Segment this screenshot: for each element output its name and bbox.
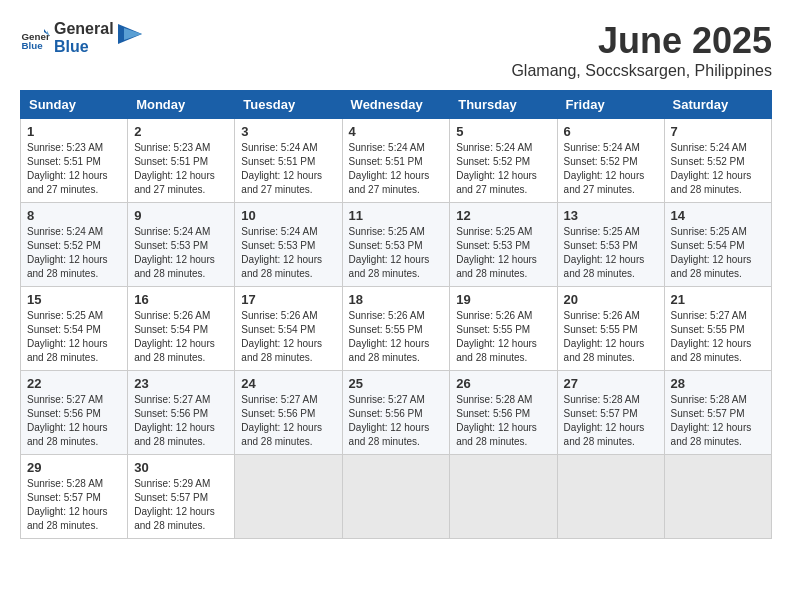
day-number: 18 bbox=[349, 292, 444, 307]
col-friday: Friday bbox=[557, 91, 664, 119]
table-row bbox=[664, 455, 771, 539]
day-number: 23 bbox=[134, 376, 228, 391]
day-number: 16 bbox=[134, 292, 228, 307]
svg-text:Blue: Blue bbox=[22, 39, 44, 50]
table-row: 23 Sunrise: 5:27 AM Sunset: 5:56 PM Dayl… bbox=[128, 371, 235, 455]
table-row: 6 Sunrise: 5:24 AM Sunset: 5:52 PM Dayli… bbox=[557, 119, 664, 203]
table-row: 16 Sunrise: 5:26 AM Sunset: 5:54 PM Dayl… bbox=[128, 287, 235, 371]
day-number: 27 bbox=[564, 376, 658, 391]
day-number: 20 bbox=[564, 292, 658, 307]
day-number: 25 bbox=[349, 376, 444, 391]
table-row: 1 Sunrise: 5:23 AM Sunset: 5:51 PM Dayli… bbox=[21, 119, 128, 203]
table-row: 15 Sunrise: 5:25 AM Sunset: 5:54 PM Dayl… bbox=[21, 287, 128, 371]
table-row: 27 Sunrise: 5:28 AM Sunset: 5:57 PM Dayl… bbox=[557, 371, 664, 455]
col-tuesday: Tuesday bbox=[235, 91, 342, 119]
day-info: Sunrise: 5:26 AM Sunset: 5:54 PM Dayligh… bbox=[241, 309, 335, 365]
day-info: Sunrise: 5:27 AM Sunset: 5:56 PM Dayligh… bbox=[27, 393, 121, 449]
table-row bbox=[235, 455, 342, 539]
day-number: 15 bbox=[27, 292, 121, 307]
day-number: 13 bbox=[564, 208, 658, 223]
table-row: 11 Sunrise: 5:25 AM Sunset: 5:53 PM Dayl… bbox=[342, 203, 450, 287]
logo: General Blue General Blue bbox=[20, 20, 142, 55]
table-row: 19 Sunrise: 5:26 AM Sunset: 5:55 PM Dayl… bbox=[450, 287, 557, 371]
col-saturday: Saturday bbox=[664, 91, 771, 119]
col-wednesday: Wednesday bbox=[342, 91, 450, 119]
logo-general: General bbox=[54, 20, 114, 38]
day-info: Sunrise: 5:25 AM Sunset: 5:53 PM Dayligh… bbox=[564, 225, 658, 281]
day-info: Sunrise: 5:25 AM Sunset: 5:54 PM Dayligh… bbox=[671, 225, 765, 281]
table-row: 8 Sunrise: 5:24 AM Sunset: 5:52 PM Dayli… bbox=[21, 203, 128, 287]
day-number: 28 bbox=[671, 376, 765, 391]
table-row: 2 Sunrise: 5:23 AM Sunset: 5:51 PM Dayli… bbox=[128, 119, 235, 203]
table-row: 28 Sunrise: 5:28 AM Sunset: 5:57 PM Dayl… bbox=[664, 371, 771, 455]
day-info: Sunrise: 5:23 AM Sunset: 5:51 PM Dayligh… bbox=[27, 141, 121, 197]
day-info: Sunrise: 5:24 AM Sunset: 5:52 PM Dayligh… bbox=[27, 225, 121, 281]
day-number: 17 bbox=[241, 292, 335, 307]
day-number: 8 bbox=[27, 208, 121, 223]
day-info: Sunrise: 5:24 AM Sunset: 5:51 PM Dayligh… bbox=[349, 141, 444, 197]
table-row: 18 Sunrise: 5:26 AM Sunset: 5:55 PM Dayl… bbox=[342, 287, 450, 371]
day-info: Sunrise: 5:24 AM Sunset: 5:51 PM Dayligh… bbox=[241, 141, 335, 197]
day-info: Sunrise: 5:26 AM Sunset: 5:54 PM Dayligh… bbox=[134, 309, 228, 365]
day-info: Sunrise: 5:28 AM Sunset: 5:57 PM Dayligh… bbox=[564, 393, 658, 449]
day-info: Sunrise: 5:28 AM Sunset: 5:56 PM Dayligh… bbox=[456, 393, 550, 449]
day-info: Sunrise: 5:26 AM Sunset: 5:55 PM Dayligh… bbox=[349, 309, 444, 365]
day-info: Sunrise: 5:24 AM Sunset: 5:53 PM Dayligh… bbox=[134, 225, 228, 281]
table-row: 9 Sunrise: 5:24 AM Sunset: 5:53 PM Dayli… bbox=[128, 203, 235, 287]
title-area: June 2025 Glamang, Soccsksargen, Philipp… bbox=[511, 20, 772, 80]
table-row: 14 Sunrise: 5:25 AM Sunset: 5:54 PM Dayl… bbox=[664, 203, 771, 287]
day-number: 6 bbox=[564, 124, 658, 139]
day-info: Sunrise: 5:27 AM Sunset: 5:56 PM Dayligh… bbox=[134, 393, 228, 449]
day-number: 30 bbox=[134, 460, 228, 475]
day-number: 10 bbox=[241, 208, 335, 223]
month-title: June 2025 bbox=[511, 20, 772, 62]
table-row: 25 Sunrise: 5:27 AM Sunset: 5:56 PM Dayl… bbox=[342, 371, 450, 455]
col-monday: Monday bbox=[128, 91, 235, 119]
table-row: 29 Sunrise: 5:28 AM Sunset: 5:57 PM Dayl… bbox=[21, 455, 128, 539]
day-number: 29 bbox=[27, 460, 121, 475]
table-row: 17 Sunrise: 5:26 AM Sunset: 5:54 PM Dayl… bbox=[235, 287, 342, 371]
day-info: Sunrise: 5:27 AM Sunset: 5:55 PM Dayligh… bbox=[671, 309, 765, 365]
day-info: Sunrise: 5:26 AM Sunset: 5:55 PM Dayligh… bbox=[564, 309, 658, 365]
day-info: Sunrise: 5:28 AM Sunset: 5:57 PM Dayligh… bbox=[27, 477, 121, 533]
table-row: 3 Sunrise: 5:24 AM Sunset: 5:51 PM Dayli… bbox=[235, 119, 342, 203]
day-number: 7 bbox=[671, 124, 765, 139]
day-number: 12 bbox=[456, 208, 550, 223]
calendar-header-row: Sunday Monday Tuesday Wednesday Thursday… bbox=[21, 91, 772, 119]
logo-triangle-icon bbox=[118, 24, 142, 52]
logo-icon: General Blue bbox=[20, 23, 50, 53]
table-row: 22 Sunrise: 5:27 AM Sunset: 5:56 PM Dayl… bbox=[21, 371, 128, 455]
table-row: 7 Sunrise: 5:24 AM Sunset: 5:52 PM Dayli… bbox=[664, 119, 771, 203]
day-info: Sunrise: 5:27 AM Sunset: 5:56 PM Dayligh… bbox=[241, 393, 335, 449]
day-number: 2 bbox=[134, 124, 228, 139]
day-number: 4 bbox=[349, 124, 444, 139]
table-row bbox=[557, 455, 664, 539]
day-info: Sunrise: 5:24 AM Sunset: 5:53 PM Dayligh… bbox=[241, 225, 335, 281]
day-info: Sunrise: 5:25 AM Sunset: 5:54 PM Dayligh… bbox=[27, 309, 121, 365]
table-row: 30 Sunrise: 5:29 AM Sunset: 5:57 PM Dayl… bbox=[128, 455, 235, 539]
table-row: 4 Sunrise: 5:24 AM Sunset: 5:51 PM Dayli… bbox=[342, 119, 450, 203]
day-info: Sunrise: 5:28 AM Sunset: 5:57 PM Dayligh… bbox=[671, 393, 765, 449]
day-number: 11 bbox=[349, 208, 444, 223]
page-header: General Blue General Blue June 2025 Glam… bbox=[20, 20, 772, 80]
location-title: Glamang, Soccsksargen, Philippines bbox=[511, 62, 772, 80]
table-row: 26 Sunrise: 5:28 AM Sunset: 5:56 PM Dayl… bbox=[450, 371, 557, 455]
day-number: 3 bbox=[241, 124, 335, 139]
col-thursday: Thursday bbox=[450, 91, 557, 119]
day-number: 21 bbox=[671, 292, 765, 307]
day-number: 19 bbox=[456, 292, 550, 307]
day-number: 9 bbox=[134, 208, 228, 223]
day-info: Sunrise: 5:24 AM Sunset: 5:52 PM Dayligh… bbox=[671, 141, 765, 197]
calendar-table: Sunday Monday Tuesday Wednesday Thursday… bbox=[20, 90, 772, 539]
day-info: Sunrise: 5:25 AM Sunset: 5:53 PM Dayligh… bbox=[349, 225, 444, 281]
day-number: 14 bbox=[671, 208, 765, 223]
day-number: 26 bbox=[456, 376, 550, 391]
day-number: 22 bbox=[27, 376, 121, 391]
table-row: 13 Sunrise: 5:25 AM Sunset: 5:53 PM Dayl… bbox=[557, 203, 664, 287]
svg-marker-5 bbox=[124, 28, 142, 40]
day-info: Sunrise: 5:25 AM Sunset: 5:53 PM Dayligh… bbox=[456, 225, 550, 281]
day-info: Sunrise: 5:24 AM Sunset: 5:52 PM Dayligh… bbox=[456, 141, 550, 197]
col-sunday: Sunday bbox=[21, 91, 128, 119]
day-number: 24 bbox=[241, 376, 335, 391]
table-row: 12 Sunrise: 5:25 AM Sunset: 5:53 PM Dayl… bbox=[450, 203, 557, 287]
